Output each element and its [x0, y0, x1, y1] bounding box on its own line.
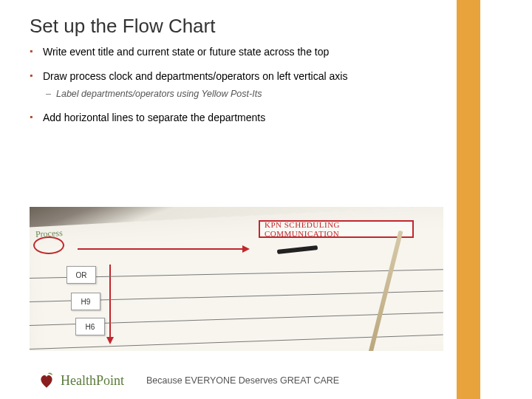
flowchart-photo: Process KPN SCHEDULING COMMUNICATION OR …	[30, 207, 443, 351]
post-it-h6: H6	[75, 318, 105, 335]
sub-item: Label departments/operators using Yellow…	[43, 88, 377, 101]
bullet-text: Add horizontal lines to separate the dep…	[43, 112, 265, 123]
footer: HealthPoint Because EVERYONE Deserves GR…	[37, 371, 502, 390]
bullet-list: Write event title and current state or f…	[30, 45, 377, 125]
bullet-item: Add horizontal lines to separate the dep…	[30, 111, 377, 125]
bullet-item: Draw process clock and departments/opera…	[30, 69, 377, 100]
bullet-item: Write event title and current state or f…	[30, 45, 377, 59]
page-title: Set up the Flow Chart	[30, 15, 502, 38]
tagline: Because EVERYONE Deserves GREAT CARE	[146, 375, 339, 386]
sub-list: Label departments/operators using Yellow…	[43, 88, 377, 101]
red-arrow-horizontal	[78, 248, 244, 250]
bullet-text: Draw process clock and departments/opera…	[43, 70, 347, 82]
brand-part2: Point	[96, 373, 124, 388]
brand-part1: Health	[61, 373, 96, 388]
bullet-text: Write event title and current state or f…	[43, 46, 329, 58]
brand-logo: HealthPoint	[37, 371, 124, 390]
accent-bar	[457, 0, 480, 399]
red-circle-annotation	[33, 236, 64, 254]
photo-background: Process KPN SCHEDULING COMMUNICATION OR …	[30, 207, 443, 351]
brand-name: HealthPoint	[61, 373, 124, 389]
post-it-or: OR	[66, 266, 96, 284]
title-red-box: KPN SCHEDULING COMMUNICATION	[259, 220, 414, 238]
heart-leaf-icon	[37, 371, 56, 390]
post-it-h9: H9	[71, 293, 100, 310]
slide: Set up the Flow Chart Write event title …	[0, 0, 532, 399]
